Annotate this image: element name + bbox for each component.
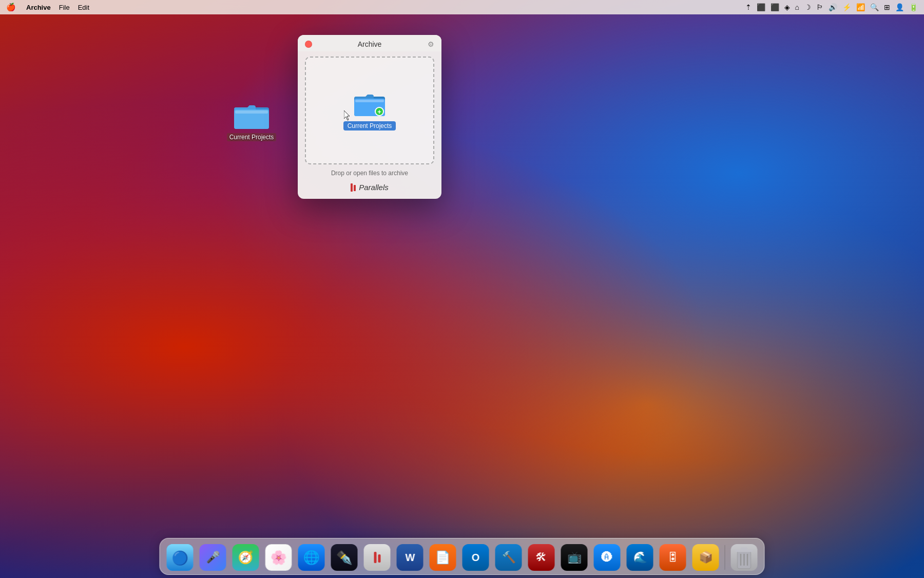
- dock-separator: [725, 545, 725, 570]
- pages-icon: 📄: [430, 544, 456, 571]
- parallels-dock-app-icon: [364, 544, 391, 571]
- archive-app-dock-icon: 📦: [692, 544, 719, 571]
- window-titlebar: Archive ⚙: [298, 35, 441, 51]
- flag-icon[interactable]: 🏳: [816, 3, 823, 11]
- parallels-brand: Parallels: [298, 180, 441, 199]
- battery-icon: 🔋: [909, 3, 918, 11]
- drop-hint-text: Drop or open files to archive: [305, 170, 434, 177]
- dock-item-xcode[interactable]: 🔨: [494, 543, 524, 572]
- dock-item-archive[interactable]: 📦: [691, 543, 721, 572]
- safari-icon: 🧭: [233, 544, 259, 571]
- dock-item-pages[interactable]: 📄: [428, 543, 458, 572]
- svg-rect-2: [235, 110, 268, 114]
- parallels-bar-2: [354, 185, 356, 191]
- menubar-file[interactable]: File: [59, 4, 70, 11]
- dock-item-pen[interactable]: ✒️: [330, 543, 359, 572]
- dock-item-word[interactable]: W: [395, 543, 425, 572]
- dock-item-siri[interactable]: 🎤: [198, 543, 228, 572]
- dock-item-finder[interactable]: 🔵: [165, 543, 195, 572]
- word-icon: W: [397, 544, 424, 571]
- dock-item-tools[interactable]: 🛠: [527, 543, 556, 572]
- dock-item-parallels[interactable]: [362, 543, 392, 572]
- appletv-icon: 📺: [561, 544, 588, 571]
- photos-icon: 🌸: [265, 544, 292, 571]
- folder-icon: [233, 100, 270, 131]
- dock-item-appstore[interactable]: 🅐: [592, 543, 622, 572]
- desktop-background: [0, 0, 924, 578]
- desktop-folder-current-projects[interactable]: Current Projects: [226, 100, 277, 141]
- dragged-folder: + Current Projects: [343, 90, 396, 130]
- dock-item-appletv[interactable]: 📺: [560, 543, 589, 572]
- dock-item-instruments[interactable]: 🎛: [658, 543, 688, 572]
- desktop-folder-label: Current Projects: [227, 133, 277, 141]
- volume-icon[interactable]: 🔊: [829, 3, 837, 11]
- location-icon: ⇡: [745, 3, 752, 11]
- archive-window: Archive ⚙ + Current Projects Drop: [298, 35, 441, 199]
- menu-icon-3: ⬛: [771, 3, 779, 11]
- svg-text:🔵: 🔵: [172, 550, 189, 566]
- search-icon[interactable]: 🔍: [870, 3, 879, 11]
- dock-item-ie[interactable]: 🌐: [297, 543, 326, 572]
- dropbox-icon[interactable]: ◈: [784, 3, 790, 11]
- ie-icon: 🌐: [298, 544, 325, 571]
- dock-item-photos[interactable]: 🌸: [264, 543, 294, 572]
- menubar-edit[interactable]: Edit: [78, 4, 89, 11]
- dock-item-outlook[interactable]: O: [461, 543, 491, 572]
- dragged-folder-label: Current Projects: [343, 121, 396, 130]
- control-center-icon[interactable]: ⊞: [884, 3, 890, 11]
- window-gear-button[interactable]: ⚙: [427, 41, 434, 48]
- siri-icon: 🎤: [200, 544, 226, 571]
- home-icon[interactable]: ⌂: [795, 3, 799, 11]
- appstore-icon: 🅐: [594, 544, 621, 571]
- parallels-bar-1: [351, 183, 353, 192]
- parallels-text: Parallels: [359, 183, 389, 192]
- dock-item-edge[interactable]: 🌊: [625, 543, 655, 572]
- moon-icon[interactable]: ☽: [804, 3, 811, 11]
- edge-icon: 🌊: [627, 544, 653, 571]
- camera-icon: ⬛: [757, 3, 765, 11]
- trash-icon: [731, 544, 758, 571]
- dock-item-safari[interactable]: 🧭: [231, 543, 261, 572]
- svg-rect-11: [741, 548, 747, 550]
- dock: 🔵 🎤 🧭 🌸 🌐 ✒️ W 📄 O: [160, 538, 765, 575]
- drop-zone[interactable]: + Current Projects: [305, 57, 434, 164]
- parallels-bars-icon: [351, 183, 356, 192]
- dragged-folder-icon: +: [353, 90, 386, 118]
- menubar: 🍎 Archive File Edit ⇡ ⬛ ⬛ ◈ ⌂ ☽ 🏳 🔊 ⚡ 📶 …: [0, 0, 924, 14]
- svg-rect-5: [355, 100, 384, 102]
- finder-icon: 🔵: [167, 544, 194, 571]
- plus-badge: +: [375, 107, 384, 116]
- wifi-icon[interactable]: 📶: [856, 3, 865, 11]
- outlook-icon: O: [463, 544, 489, 571]
- xcode-icon: 🔨: [495, 544, 522, 571]
- user-avatar[interactable]: 👤: [895, 3, 904, 11]
- pen-app-icon: ✒️: [331, 544, 358, 571]
- bluetooth-icon[interactable]: ⚡: [842, 3, 851, 11]
- tools-icon: 🛠: [528, 544, 555, 571]
- menubar-app-name[interactable]: Archive: [26, 4, 51, 11]
- dock-item-trash[interactable]: [729, 543, 759, 572]
- window-close-button[interactable]: [305, 41, 312, 48]
- instruments-icon: 🎛: [660, 544, 686, 571]
- window-title: Archive: [312, 40, 427, 48]
- apple-menu[interactable]: 🍎: [6, 3, 16, 12]
